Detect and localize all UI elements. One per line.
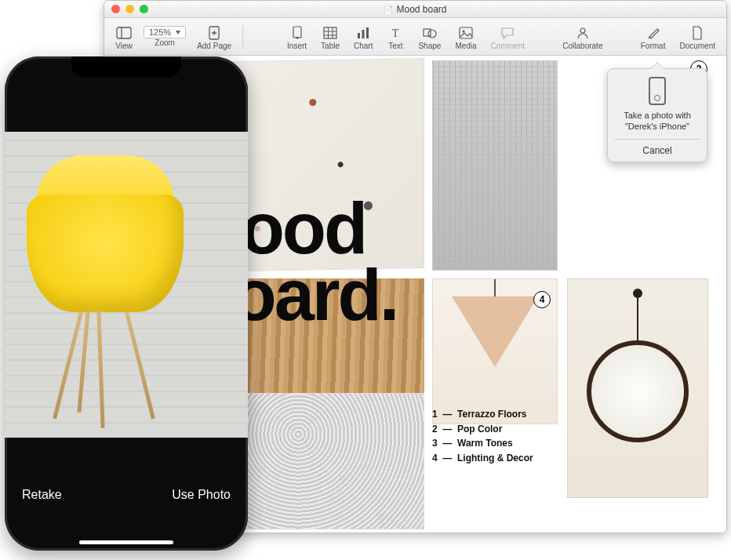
iphone-notch xyxy=(71,56,181,77)
svg-rect-13 xyxy=(366,27,369,38)
mirror-strap xyxy=(637,293,638,340)
image-fur[interactable] xyxy=(244,393,424,529)
table-button[interactable]: Table xyxy=(315,23,346,50)
toolbar: View 125% Zoom Add Page Insert Table Cha… xyxy=(104,18,726,56)
popover-message: Take a photo with "Derek's iPhone" xyxy=(614,110,700,133)
iphone-device: Retake Use Photo xyxy=(5,56,248,551)
chart-label: Chart xyxy=(354,42,373,50)
camera-preview xyxy=(5,132,248,438)
callout-badge-4[interactable]: 4 xyxy=(533,291,551,308)
insert-icon xyxy=(289,25,306,41)
chart-icon xyxy=(355,25,372,41)
zoom-control[interactable]: 125% Zoom xyxy=(140,24,189,49)
continuity-camera-popover: Take a photo with "Derek's iPhone" Cance… xyxy=(607,68,707,162)
format-button[interactable]: Format xyxy=(635,23,672,50)
chair-seat-shape xyxy=(27,195,184,312)
table-label: Table xyxy=(321,42,340,50)
comment-icon xyxy=(499,25,516,41)
add-page-button[interactable]: Add Page xyxy=(191,23,238,50)
add-page-icon xyxy=(205,25,223,41)
svg-rect-11 xyxy=(358,33,360,38)
svg-rect-6 xyxy=(324,27,336,38)
document-title-text: Mood board xyxy=(396,4,446,15)
svg-rect-5 xyxy=(293,27,301,38)
chair-leg xyxy=(125,311,155,419)
view-icon xyxy=(115,25,133,41)
comment-button[interactable]: Comment xyxy=(485,23,531,50)
toolbar-separator xyxy=(242,25,243,49)
view-button[interactable]: View xyxy=(109,23,139,50)
shape-icon xyxy=(421,25,438,41)
document-title: Mood board xyxy=(104,4,726,15)
text-label: Text xyxy=(388,42,402,50)
insert-label: Insert xyxy=(287,42,307,50)
svg-rect-17 xyxy=(460,27,472,38)
image-concrete[interactable] xyxy=(432,60,558,271)
text-icon: T xyxy=(387,25,404,41)
svg-point-18 xyxy=(463,31,465,33)
text-button[interactable]: T Text xyxy=(380,23,410,50)
svg-rect-12 xyxy=(362,30,365,38)
svg-text:T: T xyxy=(392,27,399,39)
iphone-icon xyxy=(649,77,666,105)
document-icon xyxy=(384,4,396,15)
collaborate-label: Collaborate xyxy=(562,42,602,50)
format-icon xyxy=(645,25,662,41)
document-icon-btn xyxy=(689,25,706,41)
chart-button[interactable]: Chart xyxy=(347,23,379,50)
collaborate-button[interactable]: Collaborate xyxy=(556,23,609,50)
svg-rect-0 xyxy=(117,27,131,38)
svg-point-19 xyxy=(580,28,585,33)
cancel-button[interactable]: Cancel xyxy=(614,139,700,162)
retake-button[interactable]: Retake xyxy=(22,488,62,502)
camera-controls: Retake Use Photo xyxy=(5,456,248,551)
insert-button[interactable]: Insert xyxy=(281,23,313,50)
table-icon xyxy=(322,25,339,41)
zoom-label: Zoom xyxy=(155,38,175,47)
image-mirror[interactable] xyxy=(567,278,708,498)
titlebar: Mood board xyxy=(104,1,726,18)
legend-list[interactable]: 1 — Terrazzo Floors 2 — Pop Color 3 — Wa… xyxy=(432,407,533,465)
home-indicator[interactable] xyxy=(79,540,173,544)
media-button[interactable]: Media xyxy=(449,23,482,50)
mirror-disc xyxy=(587,340,689,442)
media-icon xyxy=(457,25,475,41)
format-label: Format xyxy=(641,42,666,50)
shape-label: Shape xyxy=(418,42,441,50)
media-label: Media xyxy=(455,42,476,50)
comment-label: Comment xyxy=(491,42,525,50)
zoom-value: 125% xyxy=(149,27,171,37)
use-photo-button[interactable]: Use Photo xyxy=(172,488,231,502)
document-button[interactable]: Document xyxy=(673,23,722,50)
view-label: View xyxy=(115,42,133,50)
add-page-label: Add Page xyxy=(197,42,231,50)
shape-button[interactable]: Shape xyxy=(412,23,447,50)
svg-rect-15 xyxy=(424,29,431,36)
chair-leg xyxy=(96,311,104,428)
collaborate-icon xyxy=(574,25,591,41)
svg-point-16 xyxy=(428,30,436,38)
document-label: Document xyxy=(679,42,715,50)
